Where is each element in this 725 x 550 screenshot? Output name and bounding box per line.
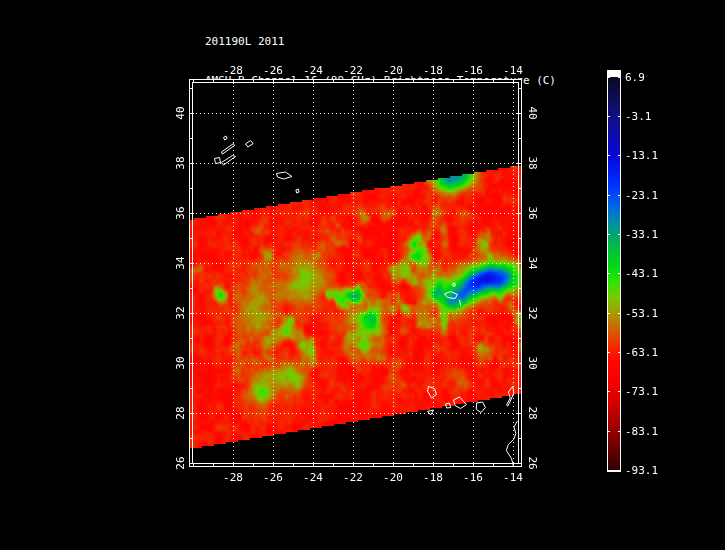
lat-tick-label-left: 32 [174,306,187,319]
lat-tick-label-right: 26 [526,456,539,469]
colorbar-tick-label: -73.1 [625,385,658,398]
colorbar-tick-label: -83.1 [625,425,658,438]
satellite-bt-plot-screen: 201190L 2011 AMSU-B Channel 16 (89 GHz) … [0,0,725,550]
lat-tick-label-left: 34 [174,256,187,269]
lat-tick-label-right: 40 [526,106,539,119]
brightness-temperature-map [190,80,521,466]
colorbar-gradient [608,71,620,471]
lat-tick-label-left: 38 [174,156,187,169]
lon-tick-label-bottom: -20 [383,471,403,484]
colorbar-tick-label: -23.1 [625,189,658,202]
colorbar-tick-label: -3.1 [625,110,652,123]
lon-tick-label-bottom: -24 [303,471,323,484]
colorbar-tick-label: 6.9 [625,71,645,84]
lon-tick-label-top: -22 [343,64,363,77]
colorbar-tick-label: -93.1 [625,464,658,477]
colorbar: 6.9-3.1-13.1-23.1-33.1-43.1-53.1-63.1-73… [608,71,620,471]
lat-tick-label-right: 38 [526,156,539,169]
lon-tick-label-top: -14 [503,64,523,77]
lon-tick-label-top: -20 [383,64,403,77]
lon-tick-label-top: -24 [303,64,323,77]
lon-tick-label-bottom: -14 [503,471,523,484]
map-plot-area: -28-28-26-26-24-24-22-22-20-20-18-18-16-… [190,80,521,466]
lon-tick-label-bottom: -22 [343,471,363,484]
colorbar-tick-label: -53.1 [625,307,658,320]
lon-tick-label-bottom: -16 [463,471,483,484]
lat-tick-label-left: 30 [174,356,187,369]
lon-tick-label-bottom: -26 [263,471,283,484]
colorbar-tick-label: -43.1 [625,267,658,280]
lat-tick-label-right: 30 [526,356,539,369]
colorbar-tick-label: -63.1 [625,346,658,359]
lat-tick-label-right: 34 [526,256,539,269]
lat-tick-label-left: 36 [174,206,187,219]
lon-tick-label-top: -28 [223,64,243,77]
lon-tick-label-bottom: -18 [423,471,443,484]
lon-tick-label-top: -18 [423,64,443,77]
lat-tick-label-right: 28 [526,406,539,419]
lat-tick-label-left: 26 [174,456,187,469]
lon-tick-label-bottom: -28 [223,471,243,484]
colorbar-tick-label: -33.1 [625,228,658,241]
lat-tick-label-right: 32 [526,306,539,319]
lat-tick-label-left: 40 [174,106,187,119]
lon-tick-label-top: -16 [463,64,483,77]
lat-tick-label-right: 36 [526,206,539,219]
colorbar-tick-label: -13.1 [625,149,658,162]
lat-tick-label-left: 28 [174,406,187,419]
lon-tick-label-top: -26 [263,64,283,77]
storm-id-line: 201190L 2011 [205,35,556,48]
